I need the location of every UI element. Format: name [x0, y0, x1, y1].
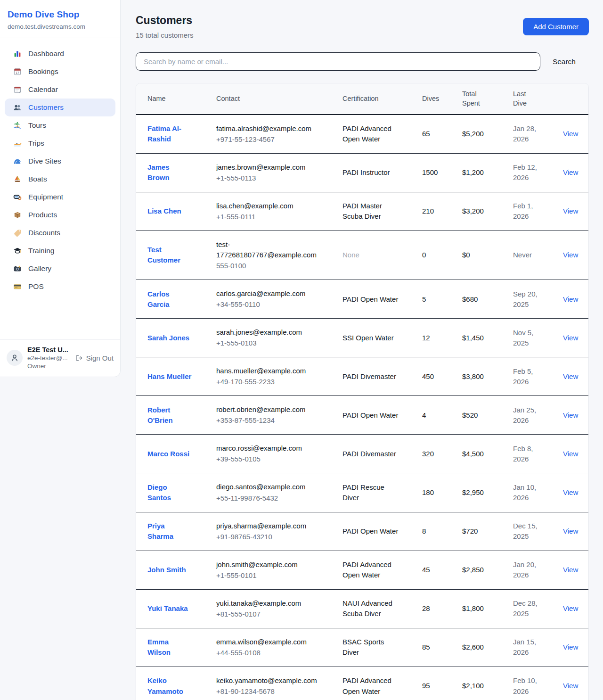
customer-total-spent: $0	[462, 231, 513, 280]
sidebar-item-dashboard[interactable]: Dashboard	[5, 45, 115, 63]
sidebar-item-dive-sites[interactable]: Dive Sites	[5, 152, 115, 170]
customer-phone: 555-0100	[216, 261, 342, 271]
sidebar-item-calendar[interactable]: Calendar	[5, 81, 115, 99]
customer-name-link[interactable]: Priya Sharma	[147, 521, 192, 542]
view-customer-link[interactable]: View	[563, 251, 578, 259]
sidebar-item-tours[interactable]: Tours	[5, 116, 115, 134]
view-customer-link[interactable]: View	[563, 450, 578, 458]
sidebar-item-pos[interactable]: POS	[5, 278, 115, 296]
view-customer-link[interactable]: View	[563, 168, 578, 176]
sidebar-item-gallery[interactable]: Gallery	[5, 260, 115, 278]
view-customer-link[interactable]: View	[563, 682, 578, 690]
sidebar-item-label: Dive Sites	[28, 157, 61, 165]
table-row: Marco Rossi marco.rossi@example.com +39-…	[136, 435, 589, 473]
customer-name-link[interactable]: Keiko Yamamoto	[147, 675, 192, 696]
customer-name-link[interactable]: Sarah Jones	[147, 333, 189, 343]
customer-dives: 4	[422, 396, 462, 435]
table-row: Carlos Garcia carlos.garcia@example.com …	[136, 280, 589, 319]
table-row: Priya Sharma priya.sharma@example.com +9…	[136, 512, 589, 551]
shop-title: Demo Dive Shop	[8, 9, 113, 20]
sidebar-item-discounts[interactable]: Discounts	[5, 224, 115, 242]
view-customer-link[interactable]: View	[563, 334, 578, 342]
customer-name-link[interactable]: John Smith	[147, 565, 186, 575]
users-icon	[13, 103, 22, 112]
sidebar-item-customers[interactable]: Customers	[5, 99, 115, 116]
customers-table-card: NameContactCertificationDivesTotal Spent…	[136, 83, 589, 700]
customer-name-link[interactable]: Fatima Al-Rashid	[147, 124, 192, 144]
main-content: Customers 15 total customers Add Custome…	[136, 14, 589, 700]
customer-total-spent: $3,800	[462, 357, 513, 396]
main-header: Customers 15 total customers Add Custome…	[136, 14, 589, 39]
sidebar-item-trips[interactable]: Trips	[5, 134, 115, 152]
view-customer-link[interactable]: View	[563, 295, 578, 303]
customer-total-spent: $4,500	[462, 435, 513, 473]
customer-name-link[interactable]: Yuki Tanaka	[147, 603, 188, 614]
customer-email: keiko.yamamoto@example.com	[216, 675, 324, 686]
customer-email: john.smith@example.com	[216, 560, 324, 570]
customer-dives: 0	[422, 231, 462, 280]
customer-name-link[interactable]: Test Customer	[147, 245, 192, 265]
column-header: Dives	[422, 83, 462, 115]
sidebar-item-products[interactable]: Products	[5, 206, 115, 224]
table-row: Emma Wilson emma.wilson@example.com +44-…	[136, 628, 589, 667]
customer-name-link[interactable]: Carlos Garcia	[147, 289, 192, 310]
search-row: Search	[136, 52, 589, 71]
view-customer-link[interactable]: View	[563, 604, 578, 612]
customer-total-spent: $3,200	[462, 192, 513, 231]
customer-dives: 320	[422, 435, 462, 473]
sidebar-item-equipment[interactable]: Equipment	[5, 188, 115, 206]
view-customer-link[interactable]: View	[563, 643, 578, 651]
customer-name-link[interactable]: Diego Santos	[147, 482, 192, 503]
table-row: Lisa Chen lisa.chen@example.com +1-555-0…	[136, 192, 589, 231]
customer-name-link[interactable]: Marco Rossi	[147, 449, 189, 459]
view-customer-link[interactable]: View	[563, 207, 578, 215]
customer-email: test-1772681807767@example.com	[216, 239, 324, 260]
customer-last-dive: Dec 15, 2025	[513, 521, 540, 542]
customer-certification: PADI Rescue Diver	[342, 482, 401, 503]
sidebar-item-label: Boats	[28, 175, 47, 183]
sidebar-item-training[interactable]: Training	[5, 242, 115, 260]
customer-last-dive: Feb 8, 2026	[513, 444, 540, 464]
sign-out-button[interactable]: Sign Out	[75, 354, 114, 362]
user-meta: E2E Test U... e2e-tester@... Owner	[27, 346, 70, 370]
customer-total-spent: $1,450	[462, 319, 513, 357]
view-customer-link[interactable]: View	[563, 488, 578, 496]
customer-name-link[interactable]: Emma Wilson	[147, 637, 192, 658]
search-input[interactable]	[136, 52, 540, 71]
customer-certification: PADI Divemaster	[342, 371, 401, 382]
customer-phone: +1-555-0113	[216, 173, 342, 183]
sidebar-item-bookings[interactable]: 17 Bookings	[5, 63, 115, 81]
search-button[interactable]: Search	[540, 58, 589, 66]
credit-card-icon	[13, 282, 22, 291]
view-customer-link[interactable]: View	[563, 130, 578, 138]
sign-out-label: Sign Out	[86, 354, 114, 362]
add-customer-button[interactable]: Add Customer	[523, 18, 589, 35]
customer-name-link[interactable]: James Brown	[147, 162, 192, 183]
bar-chart-icon	[13, 49, 22, 58]
sidebar-item-label: POS	[28, 282, 44, 291]
view-customer-link[interactable]: View	[563, 411, 578, 419]
view-customer-link[interactable]: View	[563, 527, 578, 535]
customer-phone: +34-555-0110	[216, 299, 342, 310]
sidebar-item-boats[interactable]: Boats	[5, 170, 115, 188]
user-email: e2e-tester@...	[27, 354, 70, 362]
view-customer-link[interactable]: View	[563, 566, 578, 574]
customer-certification: SSI Open Water	[342, 333, 401, 343]
customer-phone: +81-90-1234-5678	[216, 686, 342, 697]
sidebar-item-label: Gallery	[28, 264, 51, 273]
view-customer-link[interactable]: View	[563, 372, 578, 380]
customer-name-link[interactable]: Lisa Chen	[147, 206, 181, 216]
sidebar-item-label: Calendar	[28, 85, 58, 94]
customer-name-link[interactable]: Robert O'Brien	[147, 405, 192, 426]
customer-total-spent: $1,200	[462, 153, 513, 192]
customer-name-link[interactable]: Hans Mueller	[147, 371, 191, 382]
customer-dives: 8	[422, 512, 462, 551]
table-row: Keiko Yamamoto keiko.yamamoto@example.co…	[136, 667, 589, 700]
person-icon	[10, 353, 19, 362]
customer-email: fatima.alrashid@example.com	[216, 124, 324, 134]
table-row: James Brown james.brown@example.com +1-5…	[136, 153, 589, 192]
avatar	[7, 350, 23, 366]
table-row: Sarah Jones sarah.jones@example.com +1-5…	[136, 319, 589, 357]
user-role: Owner	[27, 362, 70, 370]
customer-dives: 28	[422, 589, 462, 628]
